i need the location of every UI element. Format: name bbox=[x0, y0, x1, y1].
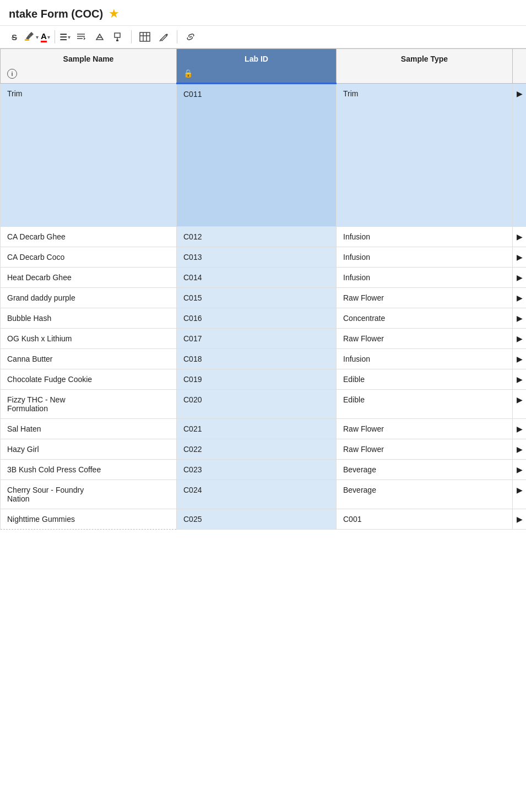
cell-lab-id[interactable]: C014 bbox=[177, 268, 337, 288]
cell-sample-name[interactable]: Fizzy THC - New Formulation bbox=[1, 390, 177, 419]
cell-arrow: ▶ bbox=[513, 247, 527, 268]
table-row[interactable]: Heat Decarb GheeC014Infusion▶ bbox=[1, 268, 527, 288]
cell-sample-name[interactable]: Sal Haten bbox=[1, 419, 177, 439]
table-row[interactable]: Cherry Sour - Foundry NationC024Beverage… bbox=[1, 480, 527, 509]
cell-arrow: ▶ bbox=[513, 509, 527, 530]
cell-lab-id[interactable]: C011 bbox=[177, 84, 337, 227]
table-row[interactable]: 3B Kush Cold Press CoffeeC023Beverage▶ bbox=[1, 460, 527, 480]
cell-lab-id[interactable]: C020 bbox=[177, 390, 337, 419]
table-row[interactable]: Bubble HashC016Concentrate▶ bbox=[1, 308, 527, 329]
cell-sample-type[interactable]: Raw Flower bbox=[337, 288, 513, 308]
highlight-arrow: ▾ bbox=[36, 34, 39, 40]
cell-lab-id[interactable]: C025 bbox=[177, 509, 337, 530]
sample-name-value: Heat Decarb Ghee bbox=[7, 273, 72, 282]
cell-lab-id[interactable]: C018 bbox=[177, 349, 337, 369]
strikethrough-button[interactable]: S bbox=[7, 29, 22, 45]
draw-button[interactable] bbox=[156, 29, 172, 45]
cell-sample-type[interactable]: Infusion bbox=[337, 268, 513, 288]
list-button[interactable] bbox=[73, 29, 89, 45]
lab-id-value: C021 bbox=[183, 424, 202, 433]
cell-sample-name[interactable]: CA Decarb Ghee bbox=[1, 227, 177, 247]
cell-lab-id[interactable]: C019 bbox=[177, 369, 337, 390]
sample-type-value: Raw Flower bbox=[343, 293, 384, 302]
cell-lab-id[interactable]: C013 bbox=[177, 247, 337, 268]
table-row[interactable]: Chocolate Fudge CookieC019Edible▶ bbox=[1, 369, 527, 390]
cell-sample-type[interactable]: Raw Flower bbox=[337, 419, 513, 439]
cell-sample-name[interactable]: Nighttime Gummies bbox=[1, 509, 177, 530]
highlight-color-button[interactable]: ▾ bbox=[24, 30, 39, 43]
sample-name-value: Cherry Sour - Foundry Nation bbox=[7, 486, 84, 503]
row-arrow-icon: ▶ bbox=[517, 424, 523, 433]
format-paint-button[interactable] bbox=[110, 29, 127, 45]
sample-name-value: Bubble Hash bbox=[7, 314, 51, 323]
cell-sample-type[interactable]: Raw Flower bbox=[337, 439, 513, 460]
table-row[interactable]: CA Decarb GheeC012Infusion▶ bbox=[1, 227, 527, 247]
cell-sample-type[interactable]: Edible bbox=[337, 369, 513, 390]
info-icon[interactable]: i bbox=[7, 69, 17, 79]
star-icon[interactable]: ★ bbox=[109, 7, 120, 21]
cell-arrow: ▶ bbox=[513, 227, 527, 247]
cell-lab-id[interactable]: C012 bbox=[177, 227, 337, 247]
table-row[interactable]: Fizzy THC - New FormulationC020Edible▶ bbox=[1, 390, 527, 419]
sample-type-value: Trim bbox=[343, 89, 358, 98]
cell-lab-id[interactable]: C015 bbox=[177, 288, 337, 308]
font-color-icon: A bbox=[41, 32, 47, 42]
cell-lab-id[interactable]: C016 bbox=[177, 308, 337, 329]
header-sample-type: Sample Type bbox=[337, 49, 513, 84]
link-icon bbox=[185, 32, 196, 42]
svg-line-14 bbox=[189, 36, 192, 37]
cell-sample-name[interactable]: Trim bbox=[1, 84, 177, 227]
lab-id-value: C023 bbox=[183, 465, 202, 474]
cell-sample-name[interactable]: 3B Kush Cold Press Coffee bbox=[1, 460, 177, 480]
cell-sample-name[interactable]: Bubble Hash bbox=[1, 308, 177, 329]
cell-sample-type[interactable]: C001 bbox=[337, 509, 513, 530]
table-row[interactable]: TrimC011Trim▶ bbox=[1, 84, 527, 227]
cell-lab-id[interactable]: C022 bbox=[177, 439, 337, 460]
cell-sample-type[interactable]: Trim bbox=[337, 84, 513, 227]
insert-table-button[interactable] bbox=[136, 29, 154, 45]
header-row: Sample Name i Lab ID 🔒 Sample Type bbox=[1, 49, 527, 84]
table-row[interactable]: OG Kush x LithiumC017Raw Flower▶ bbox=[1, 329, 527, 349]
font-color-button[interactable]: A ▾ bbox=[41, 32, 50, 42]
table-row[interactable]: Grand daddy purpleC015Raw Flower▶ bbox=[1, 288, 527, 308]
cell-arrow: ▶ bbox=[513, 84, 527, 227]
cell-sample-type[interactable]: Infusion bbox=[337, 349, 513, 369]
cell-sample-type[interactable]: Infusion bbox=[337, 227, 513, 247]
cell-lab-id[interactable]: C021 bbox=[177, 419, 337, 439]
table-row[interactable]: CA Decarb CocoC013Infusion▶ bbox=[1, 247, 527, 268]
cell-sample-type[interactable]: Raw Flower bbox=[337, 329, 513, 349]
cell-sample-name[interactable]: CA Decarb Coco bbox=[1, 247, 177, 268]
row-arrow-icon: ▶ bbox=[517, 273, 523, 282]
cell-sample-name[interactable]: Hazy Girl bbox=[1, 439, 177, 460]
cell-sample-name[interactable]: Heat Decarb Ghee bbox=[1, 268, 177, 288]
cell-lab-id[interactable]: C024 bbox=[177, 480, 337, 509]
erase-button[interactable] bbox=[91, 29, 108, 45]
row-arrow-icon: ▶ bbox=[517, 253, 523, 261]
table-row[interactable]: Canna ButterC018Infusion▶ bbox=[1, 349, 527, 369]
cell-sample-name[interactable]: Grand daddy purple bbox=[1, 288, 177, 308]
cell-sample-type[interactable]: Concentrate bbox=[337, 308, 513, 329]
cell-sample-name[interactable]: Cherry Sour - Foundry Nation bbox=[1, 480, 177, 509]
link-button[interactable] bbox=[182, 29, 199, 45]
sample-name-value: 3B Kush Cold Press Coffee bbox=[7, 465, 101, 474]
row-arrow-icon: ▶ bbox=[517, 445, 523, 454]
cell-lab-id[interactable]: C017 bbox=[177, 329, 337, 349]
table-row[interactable]: Nighttime GummiesC025C001▶ bbox=[1, 509, 527, 530]
cell-sample-type[interactable]: Infusion bbox=[337, 247, 513, 268]
align-button[interactable]: ☰ ▾ bbox=[59, 32, 71, 42]
sample-type-value: Infusion bbox=[343, 273, 370, 282]
cell-sample-name[interactable]: OG Kush x Lithium bbox=[1, 329, 177, 349]
svg-marker-4 bbox=[96, 34, 103, 40]
cell-sample-type[interactable]: Beverage bbox=[337, 460, 513, 480]
sample-type-value: Concentrate bbox=[343, 314, 385, 323]
cell-sample-type[interactable]: Beverage bbox=[337, 480, 513, 509]
cell-sample-name[interactable]: Canna Butter bbox=[1, 349, 177, 369]
cell-sample-type[interactable]: Edible bbox=[337, 390, 513, 419]
table-row[interactable]: Hazy GirlC022Raw Flower▶ bbox=[1, 439, 527, 460]
cell-lab-id[interactable]: C023 bbox=[177, 460, 337, 480]
sample-name-value: OG Kush x Lithium bbox=[7, 334, 72, 343]
row-arrow-icon: ▶ bbox=[517, 515, 523, 524]
cell-arrow: ▶ bbox=[513, 390, 527, 419]
table-row[interactable]: Sal HatenC021Raw Flower▶ bbox=[1, 419, 527, 439]
cell-sample-name[interactable]: Chocolate Fudge Cookie bbox=[1, 369, 177, 390]
